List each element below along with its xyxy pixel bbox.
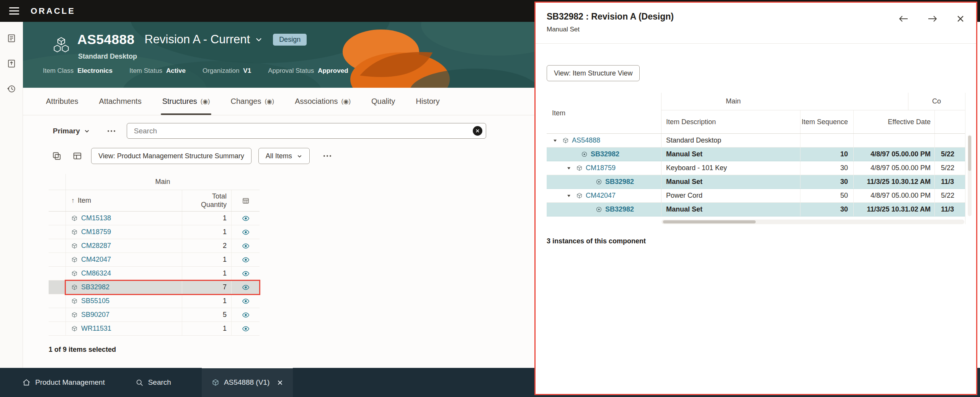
- tab-quality[interactable]: Quality: [371, 88, 395, 115]
- item-type-icon: [562, 137, 569, 144]
- horizontal-scrollbar-thumb[interactable]: [663, 220, 756, 223]
- expand-row-arrow-icon[interactable]: [553, 138, 557, 143]
- tasks-panel-icon[interactable]: [6, 33, 17, 44]
- item-link[interactable]: CM42047: [586, 192, 616, 200]
- eye-icon[interactable]: [231, 322, 260, 335]
- item-link[interactable]: CM18759: [81, 228, 111, 236]
- column-header-item[interactable]: ↑ Item: [65, 190, 182, 211]
- table-row[interactable]: SB55105 1: [49, 294, 260, 308]
- instance-row[interactable]: CM42047 Power Cord 50 4/8/97 05.00.00 PM…: [547, 189, 965, 203]
- clear-search-icon[interactable]: [473, 126, 482, 136]
- item-link[interactable]: CM42047: [81, 256, 111, 264]
- back-arrow-icon[interactable]: [897, 13, 910, 25]
- item-link[interactable]: WR11531: [81, 325, 111, 333]
- instance-row[interactable]: CM18759 Keyboard - 101 Key 30 4/8/97 05.…: [547, 161, 965, 175]
- copy-structure-icon[interactable]: [50, 149, 64, 163]
- column-header-total-quantity[interactable]: Total Quantity: [182, 190, 231, 211]
- checkin-panel-icon[interactable]: [6, 58, 17, 69]
- group-header-main: Main: [65, 174, 260, 190]
- table-row[interactable]: CM28287 2: [49, 239, 260, 253]
- main-content: Attributes Attachments Structures (◉) Ch…: [23, 88, 534, 368]
- expand-table-icon[interactable]: [70, 149, 84, 163]
- chevron-down-icon: [255, 35, 263, 44]
- table-row[interactable]: CM42047 1: [49, 253, 260, 267]
- table-row[interactable]: CM18759 1: [49, 225, 260, 239]
- item-link[interactable]: SB90207: [81, 311, 109, 319]
- tab-associations[interactable]: Associations (◉): [295, 88, 351, 115]
- more-table-actions-icon[interactable]: [321, 153, 333, 159]
- instance-row[interactable]: AS54888 Standard Desktop: [547, 134, 965, 148]
- panel-navigation: [897, 13, 966, 25]
- revision-selector[interactable]: Revision A - Current: [144, 33, 263, 46]
- structure-selector-dropdown[interactable]: Primary: [53, 127, 90, 135]
- eye-icon[interactable]: [231, 294, 260, 308]
- table-row[interactable]: CM86324 1: [49, 267, 260, 281]
- vertical-scrollbar[interactable]: [968, 135, 972, 216]
- item-link[interactable]: CM28287: [81, 242, 111, 250]
- total-quantity-cell: 1: [182, 212, 231, 225]
- item-link[interactable]: SB32982: [591, 150, 619, 158]
- item-link[interactable]: AS54888: [572, 136, 600, 144]
- view-summary-button[interactable]: View: Product Management Structure Summa…: [91, 148, 252, 164]
- item-link[interactable]: SB32982: [605, 205, 634, 213]
- item-type-icon: [596, 206, 602, 213]
- panel-subtitle: Manual Set: [547, 26, 977, 33]
- item-link[interactable]: CM18759: [586, 164, 616, 172]
- item-structure-view-button[interactable]: View: Item Structure View: [547, 65, 640, 81]
- total-quantity-cell: 1: [182, 294, 231, 308]
- item-link[interactable]: SB55105: [81, 297, 109, 305]
- tab-changes[interactable]: Changes (◉): [230, 88, 274, 115]
- associations-radio-icon: (◉): [341, 98, 351, 105]
- column-header-item-sequence[interactable]: Item Sequence: [800, 110, 853, 133]
- tab-history[interactable]: History: [416, 88, 439, 115]
- item-type-icon: [71, 298, 78, 304]
- close-tab-icon[interactable]: [277, 380, 283, 386]
- structure-table: Main ↑ Item Total Quantity CM15138 1: [49, 174, 260, 336]
- expand-row-arrow-icon[interactable]: [567, 194, 571, 198]
- item-type-icon: [71, 229, 78, 235]
- vertical-scrollbar-thumb[interactable]: [968, 136, 971, 171]
- all-items-filter-button[interactable]: All Items: [258, 148, 310, 164]
- more-actions-icon[interactable]: [105, 128, 118, 134]
- column-header-item-description[interactable]: Item Description: [662, 118, 800, 126]
- item-link[interactable]: CM86324: [81, 269, 111, 277]
- table-row[interactable]: SB90207 5: [49, 308, 260, 322]
- global-search-button[interactable]: Search: [136, 378, 171, 387]
- eye-icon[interactable]: [231, 308, 260, 322]
- eye-icon[interactable]: [231, 267, 260, 280]
- column-header-clipped: [934, 110, 965, 133]
- table-row-selected[interactable]: SB32982 7: [49, 281, 260, 294]
- table-row[interactable]: CM15138 1: [49, 212, 260, 225]
- history-panel-icon[interactable]: [6, 83, 17, 95]
- item-link[interactable]: SB32982: [605, 178, 634, 186]
- expand-row-arrow-icon[interactable]: [567, 166, 571, 171]
- open-item-tab[interactable]: AS54888 (V1): [202, 368, 293, 397]
- item-link[interactable]: CM15138: [81, 214, 111, 222]
- column-header-preview[interactable]: [231, 190, 260, 211]
- tab-structures[interactable]: Structures (◉): [162, 88, 210, 115]
- horizontal-scrollbar[interactable]: [662, 220, 964, 224]
- instance-row-highlighted[interactable]: SB32982 Manual Set 30 11/3/25 10.30.12 A…: [547, 175, 965, 189]
- search-input[interactable]: [127, 123, 486, 139]
- eye-icon[interactable]: [231, 239, 260, 253]
- forward-arrow-icon[interactable]: [926, 13, 939, 25]
- eye-icon[interactable]: [231, 225, 260, 239]
- instance-row-highlighted[interactable]: SB32982 Manual Set 30 11/3/25 10.31.02 A…: [547, 203, 965, 217]
- product-management-home[interactable]: Product Management: [22, 378, 105, 387]
- eye-icon[interactable]: [231, 281, 260, 294]
- item-type-icon: [576, 192, 583, 199]
- table-row[interactable]: WR11531 1: [49, 322, 260, 336]
- item-link[interactable]: SB32982: [81, 283, 109, 291]
- column-header-effective-date[interactable]: Effective Date: [853, 110, 934, 133]
- column-header-item[interactable]: Item: [547, 93, 662, 133]
- close-panel-icon[interactable]: [955, 13, 966, 24]
- eye-icon[interactable]: [231, 253, 260, 266]
- tab-attributes[interactable]: Attributes: [46, 88, 78, 115]
- tab-attachments[interactable]: Attachments: [99, 88, 141, 115]
- chevron-down-icon: [84, 128, 90, 134]
- eye-icon[interactable]: [231, 212, 260, 225]
- instance-row-highlighted[interactable]: SB32982 Manual Set 10 4/8/97 05.00.00 PM…: [547, 148, 965, 161]
- table-grid-icon: [242, 197, 250, 205]
- sort-ascending-icon: ↑: [71, 197, 75, 205]
- hamburger-menu-icon[interactable]: [9, 7, 19, 15]
